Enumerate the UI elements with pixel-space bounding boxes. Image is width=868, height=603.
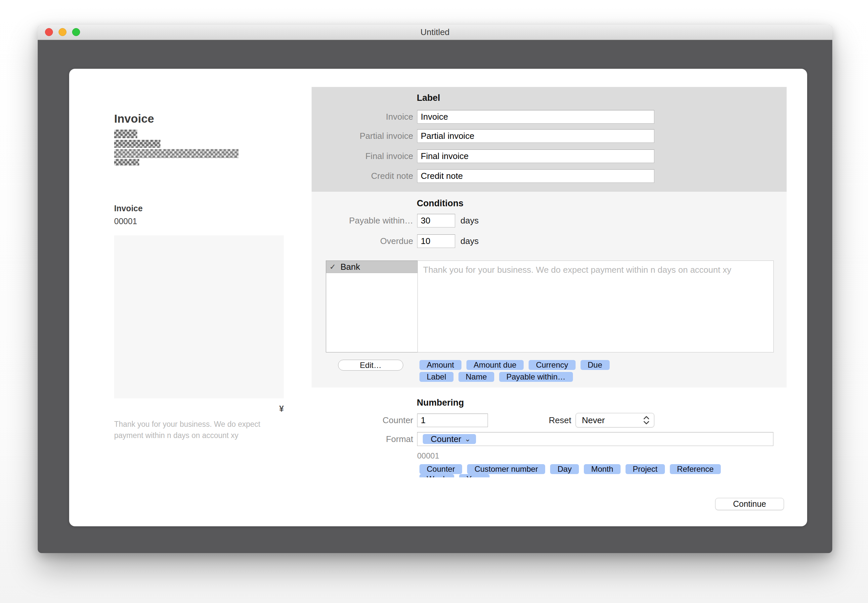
overdue-row: Overdue days — [312, 234, 479, 248]
partial-invoice-label-input[interactable] — [417, 129, 654, 143]
invoice-label: Invoice — [312, 112, 413, 122]
format-counter-token-label: Counter — [431, 434, 462, 444]
partial-invoice-label: Partial invoice — [312, 131, 413, 141]
label-section: Label Invoice Partial invoice Final invo… — [312, 87, 787, 192]
final-invoice-label-input[interactable] — [417, 150, 654, 163]
chevron-down-icon: ⌄ — [465, 435, 471, 443]
token-name[interactable]: Name — [459, 372, 494, 382]
stepper-icon — [642, 414, 651, 426]
token-customer-number[interactable]: Customer number — [467, 464, 545, 474]
redacted-address-line — [114, 159, 139, 165]
preview-title: Invoice — [114, 112, 154, 125]
conditions-section-heading: Conditions — [417, 198, 463, 209]
condition-tokens-row1: Amount Amount due Currency Due — [420, 360, 610, 370]
preview-doc-number: 00001 — [114, 216, 137, 226]
format-field[interactable]: Counter ⌄ — [417, 432, 773, 446]
token-month[interactable]: Month — [584, 464, 621, 474]
overdue-unit: days — [460, 236, 479, 246]
bank-item-label: Bank — [340, 262, 360, 272]
redacted-address-line — [114, 140, 160, 148]
label-row-invoice: Invoice — [312, 110, 654, 124]
conditions-section: Conditions Payable within… days Overdue … — [312, 192, 787, 388]
continue-button[interactable]: Continue — [715, 498, 784, 510]
redacted-address-line — [114, 149, 239, 158]
numbering-tokens-row2: Week Year — [420, 474, 490, 478]
token-payable-within[interactable]: Payable within… — [499, 372, 573, 382]
format-label: Format — [312, 434, 413, 444]
token-due[interactable]: Due — [581, 360, 610, 370]
final-invoice-label: Final invoice — [312, 151, 413, 161]
token-counter[interactable]: Counter — [420, 464, 462, 474]
edit-button[interactable]: Edit… — [338, 360, 403, 371]
reset-dropdown[interactable]: Never — [575, 413, 654, 427]
counter-row: Counter — [312, 414, 488, 427]
label-row-final-invoice: Final invoice — [312, 150, 654, 163]
number-format-preview: 00001 — [417, 451, 439, 461]
token-reference[interactable]: Reference — [670, 464, 721, 474]
credit-note-label-input[interactable] — [417, 169, 654, 183]
numbering-section-heading: Numbering — [417, 398, 464, 408]
list-item-bank[interactable]: ✓ Bank — [326, 261, 417, 273]
dialog-card: Invoice Invoice 00001 ¥ Thank you for yo… — [69, 69, 807, 526]
credit-note-label: Credit note — [312, 171, 413, 181]
payable-within-input[interactable] — [417, 214, 455, 227]
reset-label: Reset — [497, 414, 571, 427]
condition-tokens-row2: Label Name Payable within… — [420, 372, 573, 382]
numbering-section: Numbering Counter Reset Never — [312, 388, 787, 478]
payable-within-label: Payable within… — [312, 215, 413, 226]
token-amount-due[interactable]: Amount due — [467, 360, 524, 370]
redacted-address-line — [114, 130, 137, 138]
checkmark-icon: ✓ — [330, 263, 336, 271]
counter-label: Counter — [312, 415, 413, 425]
label-row-partial-invoice: Partial invoice — [312, 129, 654, 143]
format-counter-token[interactable]: Counter ⌄ — [423, 434, 476, 444]
label-row-credit-note: Credit note — [312, 169, 654, 183]
preview-footer-note: Thank you for your business. We do expec… — [114, 419, 272, 441]
settings-panel: Label Invoice Partial invoice Final invo… — [312, 87, 787, 478]
overdue-label: Overdue — [312, 236, 413, 246]
payment-method-list: ✓ Bank — [326, 261, 418, 353]
window-title: Untitled — [38, 25, 832, 40]
token-day[interactable]: Day — [550, 464, 579, 474]
app-window: Untitled Invoice Invoice 00001 ¥ Thank y… — [38, 25, 832, 553]
numbering-tokens-row1: Counter Customer number Day Month Projec… — [420, 464, 721, 474]
title-bar: Untitled — [38, 25, 832, 40]
format-row: Format Counter ⌄ — [312, 432, 773, 446]
preview-items-placeholder — [114, 235, 284, 398]
token-week[interactable]: Week — [420, 474, 454, 478]
invoice-preview: Invoice Invoice 00001 ¥ Thank you for yo… — [114, 112, 284, 479]
token-label[interactable]: Label — [420, 372, 454, 382]
preview-doc-label: Invoice — [114, 204, 143, 213]
payable-within-unit: days — [460, 215, 479, 226]
token-project[interactable]: Project — [626, 464, 665, 474]
payment-note-textarea[interactable] — [417, 261, 774, 353]
counter-input[interactable] — [417, 414, 488, 427]
overdue-input[interactable] — [417, 234, 455, 248]
preview-currency-symbol: ¥ — [114, 404, 284, 414]
invoice-label-input[interactable] — [417, 110, 654, 124]
token-year[interactable]: Year — [459, 474, 490, 478]
token-amount[interactable]: Amount — [420, 360, 462, 370]
payable-within-row: Payable within… days — [312, 214, 479, 227]
label-section-heading: Label — [417, 93, 440, 103]
reset-dropdown-value: Never — [582, 415, 642, 425]
token-currency[interactable]: Currency — [529, 360, 575, 370]
